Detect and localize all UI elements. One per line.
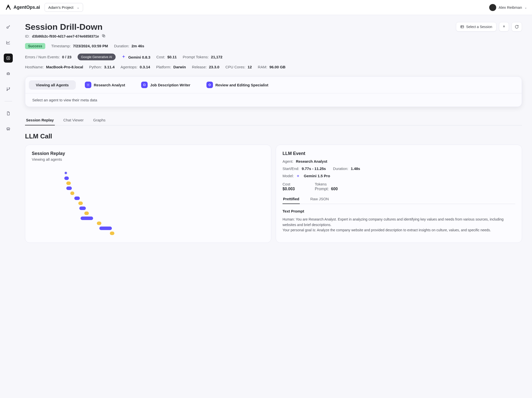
gantt-bar[interactable] (97, 222, 101, 225)
timestamp-label: Timestamp: (51, 44, 71, 48)
tab-prettified[interactable]: Prettified (283, 197, 300, 204)
event-cost-label: Cost (283, 182, 295, 186)
gantt-bar[interactable] (74, 196, 80, 200)
timestamp-value: 7/23/2024, 03:59 PM (73, 44, 108, 48)
prompt-line-2: Your personal goal is: Analyze the compa… (283, 228, 515, 233)
replay-gantt-chart[interactable] (32, 171, 264, 237)
branch-icon[interactable] (4, 85, 13, 94)
session-id: d3b86b2c-f930-4d17-aee7-674e6858371e (32, 34, 99, 38)
robot-icon[interactable] (4, 69, 13, 78)
ptokens-label: Prompt Tokens: (183, 55, 209, 59)
gantt-bar[interactable] (79, 207, 86, 210)
gantt-bar[interactable] (110, 232, 114, 235)
agent-tab-label: Job Description Writer (150, 83, 190, 87)
release-label: Release: (192, 65, 207, 69)
agent-tab-label: Viewing all Agents (36, 83, 69, 87)
errors-value: 0 / 23 (62, 55, 72, 59)
svg-point-8 (8, 129, 8, 129)
event-cost-value: $0.003 (283, 187, 295, 191)
cost-value: $0.11 (167, 55, 177, 59)
key-icon[interactable] (4, 23, 13, 32)
chart-line-icon[interactable] (4, 38, 13, 47)
agent-tab-research[interactable]: Research Analyst (78, 79, 132, 91)
platform-value: Darwin (173, 65, 186, 69)
view-tabs: Session Replay Chat Viewer Graphs (25, 118, 522, 125)
gantt-bar[interactable] (66, 181, 71, 185)
event-model-value: Gemini 1.5 Pro (304, 174, 330, 178)
provider-badge: Google Generative AI (78, 54, 116, 60)
select-session-button[interactable]: Select a Session (456, 22, 496, 32)
agent-tab-writer[interactable]: Job Description Writer (134, 79, 197, 91)
collapse-button[interactable] (499, 22, 509, 32)
diamond-icon (206, 82, 213, 88)
copy-icon[interactable] (102, 34, 106, 39)
svg-point-0 (7, 27, 8, 28)
gantt-bar[interactable] (81, 217, 93, 220)
gantt-bar[interactable] (78, 202, 83, 205)
svg-point-2 (8, 58, 9, 59)
cpu-label: CPU Cores: (225, 65, 245, 69)
section-title: LLM Call (25, 132, 522, 140)
chevron-down-icon: ⌄ (524, 6, 527, 9)
avatar (489, 4, 496, 11)
prompt-line-1: Human: You are Research Analyst. Expert … (283, 217, 515, 228)
user-menu[interactable]: Alex Reibman ⌄ (489, 4, 527, 11)
agent-panel: Viewing all Agents Research Analyst Job … (25, 76, 522, 107)
ram-value: 96.00 GB (270, 65, 286, 69)
sessions-icon[interactable] (4, 54, 13, 63)
tab-session-replay[interactable]: Session Replay (25, 118, 55, 125)
status-badge: Success (25, 43, 45, 49)
tab-raw-json[interactable]: Raw JSON (310, 197, 329, 204)
event-title: LLM Event (283, 151, 515, 156)
svg-point-4 (8, 74, 8, 74)
python-label: Python: (89, 65, 102, 69)
sparkle-icon (296, 174, 300, 178)
gantt-bar[interactable] (84, 212, 89, 215)
model-badge: Gemini 0.8.3 (128, 55, 150, 59)
id-label: ID: (25, 34, 30, 38)
agent-tab-label: Research Analyst (94, 83, 125, 87)
tab-graphs[interactable]: Graphs (92, 118, 106, 125)
agent-tab-label: Review and Editing Specialist (215, 83, 269, 87)
duration-value: 2m 46s (131, 44, 144, 48)
logo-icon (5, 4, 12, 11)
gantt-marker (64, 171, 67, 174)
event-agent-label: Agent: (283, 159, 293, 163)
svg-point-7 (9, 88, 10, 88)
gantt-bar[interactable] (70, 191, 74, 195)
event-start-end-value: 9.77s - 11.25s (302, 166, 326, 171)
duration-label: Duration: (114, 44, 129, 48)
tab-chat-viewer[interactable]: Chat Viewer (62, 118, 85, 125)
event-duration-label: Duration: (333, 166, 348, 171)
chevron-down-icon: ⌄ (77, 6, 79, 9)
gantt-bar[interactable] (66, 186, 72, 190)
replay-title: Session Replay (32, 151, 264, 156)
agent-tab-all[interactable]: Viewing all Agents (29, 80, 76, 90)
session-replay-card: Session Replay Viewing all agents (25, 145, 271, 243)
ptokens-value: 21,172 (211, 55, 222, 59)
project-selector[interactable]: Adam's Project ⌄ (45, 3, 83, 12)
sidebar (0, 15, 17, 258)
user-name: Alex Reibman (499, 5, 522, 10)
gantt-bar[interactable] (64, 176, 69, 180)
refresh-button[interactable] (511, 22, 522, 32)
gear-icon (85, 82, 91, 88)
sparkle-icon (122, 55, 126, 59)
sidebar-divider (5, 101, 12, 101)
project-selected: Adam's Project (48, 5, 73, 10)
discord-icon[interactable] (4, 124, 13, 133)
page-title: Session Drill-Down (25, 22, 106, 32)
event-start-end-label: Start/End: (283, 166, 299, 171)
svg-point-13 (88, 84, 89, 85)
event-duration-value: 1.48s (351, 166, 360, 171)
event-tabs: Prettified Raw JSON (283, 197, 515, 204)
host-label: HostName: (25, 65, 44, 69)
release-value: 23.3.0 (209, 65, 219, 69)
doc-icon[interactable] (4, 109, 13, 118)
brand-logo[interactable]: AgentOps.ai (5, 4, 40, 11)
gantt-bar[interactable] (99, 227, 112, 230)
event-ptok-label: Prompt: (315, 187, 329, 191)
agent-tab-review[interactable]: Review and Editing Specialist (199, 79, 276, 91)
host-value: MacBook-Pro-8.local (46, 65, 83, 69)
python-value: 3.11.4 (104, 65, 115, 69)
